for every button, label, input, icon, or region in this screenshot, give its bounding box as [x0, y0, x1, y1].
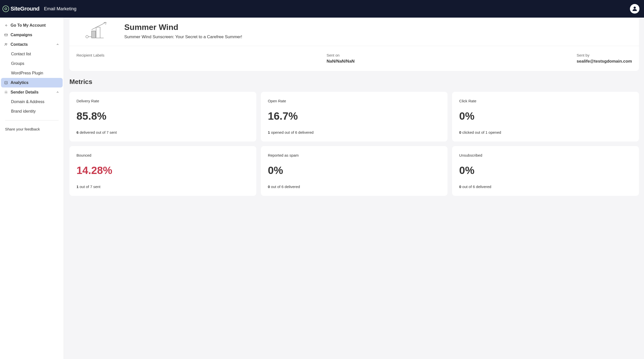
meta-label: Recipient Labels [76, 53, 327, 57]
svg-point-2 [5, 43, 6, 44]
metric-card: Open Rate16.7%1 opened out of 6 delivere… [261, 92, 448, 142]
logo-text: SiteGround [11, 6, 39, 12]
metric-value: 16.7% [268, 110, 441, 122]
analytics-icon [4, 81, 8, 85]
svg-rect-9 [96, 27, 100, 38]
svg-point-3 [6, 43, 7, 44]
metric-card: Delivery Rate85.8%6 delivered out of 7 s… [69, 92, 256, 142]
gear-icon [4, 90, 8, 94]
svg-point-5 [6, 92, 7, 93]
svg-line-11 [92, 23, 105, 30]
sidebar-item-label: Share your feedback [5, 127, 40, 131]
sidebar-item-wordpress-plugin[interactable]: WordPress Plugin [0, 68, 64, 78]
campaign-title: Summer Wind [124, 23, 242, 32]
app-name: Email Marketing [44, 6, 76, 12]
sidebar-item-label: Contact list [11, 52, 31, 56]
chevron-up-icon [56, 42, 60, 47]
metric-label: Bounced [76, 153, 249, 157]
metric-card: Bounced14.28%1 out of 7 sent [69, 146, 256, 196]
sent-by-block: Sent by sealife@testsgdomain.com [577, 53, 632, 64]
sidebar-item-label: Contacts [11, 42, 28, 47]
metric-value: 0% [268, 164, 441, 176]
main-content: Summer Wind Summer Wind Sunscreen: Your … [64, 18, 644, 359]
go-to-account-link[interactable]: Go To My Account [1, 21, 63, 30]
arrow-left-icon [4, 23, 8, 27]
sidebar-item-brand-identity[interactable]: Brand identity [0, 107, 64, 116]
metrics-grid: Delivery Rate85.8%6 delivered out of 7 s… [69, 92, 639, 196]
contacts-icon [4, 42, 8, 47]
envelope-icon [4, 33, 8, 37]
sidebar-item-contacts[interactable]: Contacts [1, 40, 63, 49]
share-feedback-link[interactable]: Share your feedback [0, 124, 64, 134]
metrics-heading: Metrics [69, 78, 639, 86]
sidebar-item-domain-address[interactable]: Domain & Address [0, 97, 64, 107]
sidebar-item-label: Go To My Account [11, 23, 46, 28]
divider [5, 120, 59, 120]
svg-point-6 [86, 35, 88, 38]
sidebar-item-campaigns[interactable]: Campaigns [1, 30, 63, 40]
metric-label: Unsubscribed [459, 153, 632, 157]
sidebar-item-label: Brand identity [11, 109, 36, 113]
metric-detail: 1 out of 7 sent [76, 185, 249, 189]
metric-label: Reported as spam [268, 153, 441, 157]
user-avatar[interactable] [630, 4, 639, 14]
sidebar-item-analytics[interactable]: Analytics [1, 78, 63, 87]
chart-growth-icon [84, 22, 109, 40]
sidebar-item-label: Domain & Address [11, 100, 45, 104]
logo[interactable]: SiteGround [3, 6, 39, 12]
metric-label: Delivery Rate [76, 99, 249, 103]
recipient-labels-block: Recipient Labels [76, 53, 327, 64]
sidebar-item-label: WordPress Plugin [11, 71, 43, 75]
metric-card: Unsubscribed0%0 out of 6 delivered [452, 146, 639, 196]
metric-detail: 0 out of 6 delivered [459, 185, 632, 189]
svg-rect-1 [5, 34, 8, 36]
metric-detail: 0 out of 6 delivered [268, 185, 441, 189]
sidebar-item-contact-list[interactable]: Contact list [0, 49, 64, 59]
metric-detail: 6 delivered out of 7 sent [76, 130, 249, 134]
campaign-meta-row: Recipient Labels Sent on NaN/NaN/NaN Sen… [69, 46, 639, 71]
metric-detail: 1 opened out of 6 delivered [268, 130, 441, 134]
metric-label: Open Rate [268, 99, 441, 103]
header-left: SiteGround Email Marketing [3, 6, 76, 12]
sent-on-value: NaN/NaN/NaN [327, 59, 577, 64]
campaign-header: Summer Wind Summer Wind Sunscreen: Your … [69, 18, 639, 46]
metric-label: Click Rate [459, 99, 632, 103]
user-icon [631, 6, 638, 12]
metric-value: 0% [459, 164, 632, 176]
sidebar: Go To My Account Campaigns Contacts Cont… [0, 18, 64, 359]
svg-point-0 [634, 7, 636, 9]
chevron-up-icon [56, 90, 60, 94]
metric-value: 0% [459, 110, 632, 122]
campaign-summary-card: Summer Wind Summer Wind Sunscreen: Your … [69, 18, 639, 71]
sidebar-item-sender-details[interactable]: Sender Details [1, 87, 63, 97]
sidebar-item-groups[interactable]: Groups [0, 59, 64, 68]
sent-on-block: Sent on NaN/NaN/NaN [327, 53, 577, 64]
app-header: SiteGround Email Marketing [0, 0, 644, 18]
metric-detail: 0 clicked out of 1 opened [459, 130, 632, 134]
campaign-subtitle: Summer Wind Sunscreen: Your Secret to a … [124, 34, 242, 39]
sidebar-item-label: Groups [11, 61, 24, 66]
svg-rect-8 [92, 31, 96, 38]
metric-card: Click Rate0%0 clicked out of 1 opened [452, 92, 639, 142]
sidebar-item-label: Sender Details [11, 90, 38, 95]
sent-by-value: sealife@testsgdomain.com [577, 59, 632, 64]
sidebar-item-label: Analytics [11, 80, 28, 85]
meta-label: Sent by [577, 53, 632, 57]
sidebar-item-label: Campaigns [11, 33, 32, 37]
logo-icon [3, 6, 9, 12]
metric-card: Reported as spam0%0 out of 6 delivered [261, 146, 448, 196]
campaign-title-block: Summer Wind Summer Wind Sunscreen: Your … [124, 23, 242, 39]
metric-value: 14.28% [76, 164, 249, 176]
meta-label: Sent on [327, 53, 577, 57]
metric-value: 85.8% [76, 110, 249, 122]
